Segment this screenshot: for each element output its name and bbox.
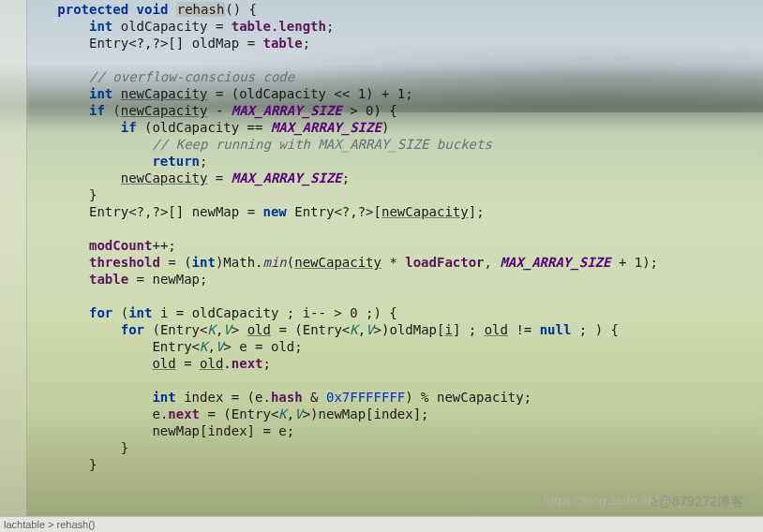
keyword-new: new: [263, 204, 287, 219]
field-ref: next: [168, 406, 200, 421]
type-param: V: [223, 322, 231, 337]
operator: *: [389, 255, 396, 270]
class-ref: Math: [223, 255, 255, 270]
local-var: e: [239, 339, 247, 354]
keyword-protected: protected: [57, 2, 128, 17]
type-ref: Entry: [152, 339, 191, 354]
punct: ,: [358, 322, 366, 337]
field-ref: length: [278, 19, 326, 34]
keyword-for: for: [121, 322, 144, 337]
keyword-for: for: [89, 305, 112, 320]
keyword-int: int: [89, 19, 112, 34]
type-param: K: [278, 406, 286, 421]
keyword-if: if: [89, 103, 105, 118]
local-var: newCapacity: [121, 170, 208, 185]
punct: ,: [287, 406, 294, 421]
punct: >: [232, 322, 239, 337]
local-var: newCapacity: [121, 103, 208, 118]
punct: >: [223, 339, 231, 354]
field-ref: modCount: [89, 238, 152, 253]
constant-ref: MAX_ARRAY_SIZE: [500, 255, 610, 270]
type-param: V: [294, 406, 302, 421]
code-editor[interactable]: protected void rehash() { int oldCapacit…: [0, 0, 763, 515]
field-ref: next: [232, 356, 263, 371]
local-var: old: [200, 356, 223, 371]
type-ref: Entry: [294, 204, 334, 219]
expression: ) % newCapacity;: [405, 390, 531, 405]
comment: // Keep running with MAX_ARRAY_SIZE buck…: [152, 137, 491, 152]
expression: )oldMap[: [382, 322, 444, 337]
punct: ): [382, 120, 389, 135]
expression: = (: [200, 406, 232, 421]
constant-ref: MAX_ARRAY_SIZE: [271, 120, 382, 135]
keyword-null: null: [540, 322, 572, 337]
operator: &: [310, 390, 318, 405]
local-var: newMap: [152, 272, 200, 287]
expression: = old;: [255, 339, 303, 354]
local-var: oldCapacity: [121, 19, 208, 34]
local-var: index: [184, 390, 223, 405]
breadcrumb[interactable]: lachtable > rehash(): [4, 516, 96, 532]
type-param: K: [350, 322, 357, 337]
local-var: newCapacity: [121, 86, 208, 101]
keyword-return: return: [152, 154, 200, 169]
expression: (oldCapacity ==: [144, 120, 262, 135]
punct: + 1): [619, 255, 651, 270]
keyword-int: int: [89, 86, 112, 101]
punct: ] ;: [453, 322, 476, 337]
local-var: newMap: [192, 204, 240, 219]
keyword-int: int: [128, 305, 152, 320]
punct: >: [374, 322, 382, 337]
operator: =: [278, 322, 286, 337]
keyword-if: if: [121, 120, 137, 135]
field-ref: loadFactor: [405, 255, 484, 270]
punct: > 0) {: [350, 103, 397, 118]
type-ref: Entry: [89, 36, 128, 51]
operator: =: [184, 356, 191, 371]
code-block[interactable]: protected void rehash() { int oldCapacit…: [34, 1, 763, 473]
local-var: newCapacity: [382, 204, 469, 219]
local-var: old: [485, 322, 508, 337]
comment: // overflow-conscious code: [89, 69, 294, 84]
local-var: i: [444, 322, 452, 337]
operator: !=: [508, 322, 540, 337]
constant-ref: MAX_ARRAY_SIZE: [232, 170, 342, 185]
type-param: V: [366, 322, 373, 337]
expression: = (e.: [232, 390, 271, 405]
operator: -: [216, 103, 223, 118]
type-ref: Entry: [160, 322, 200, 337]
punct: .: [223, 356, 231, 371]
local-var: old: [247, 322, 271, 337]
number-literal: 0x7FFFFFFF: [326, 390, 405, 405]
field-ref: hash: [271, 390, 303, 405]
expression: (oldCapacity << 1) + 1: [232, 86, 405, 101]
status-bar: lachtable > rehash(): [0, 516, 763, 532]
punct: ,: [207, 339, 215, 354]
operator: ++: [152, 238, 168, 253]
punct: <: [192, 339, 200, 354]
local-var: old: [152, 356, 175, 371]
expression: newMap[index] = e;: [152, 423, 294, 438]
keyword-int: int: [192, 255, 216, 270]
type-param: K: [207, 322, 215, 337]
type-ref: Entry: [232, 406, 271, 421]
expression: )newMap[index];: [310, 406, 428, 421]
local-var: newCapacity: [294, 255, 382, 270]
static-method: min: [263, 255, 287, 270]
type-ref: Entry: [89, 204, 128, 219]
expression: = oldCapacity ; i-- > 0 ;) {: [176, 305, 397, 320]
keyword-int: int: [152, 390, 175, 405]
field-ref: threshold: [89, 255, 160, 270]
generics: <?,?>[]: [128, 204, 184, 219]
type-ref: Entry: [303, 322, 342, 337]
punct: (: [294, 322, 302, 337]
local-var: i: [160, 305, 168, 320]
field-ref: table: [89, 272, 128, 287]
keyword-void: void: [137, 2, 169, 17]
local-var: e: [152, 406, 159, 421]
punct: (: [184, 255, 191, 270]
field-ref: table: [232, 19, 271, 34]
field-ref: table: [263, 36, 303, 51]
local-var: oldMap: [192, 36, 240, 51]
watermark-cn: a@879272博客: [651, 493, 744, 510]
